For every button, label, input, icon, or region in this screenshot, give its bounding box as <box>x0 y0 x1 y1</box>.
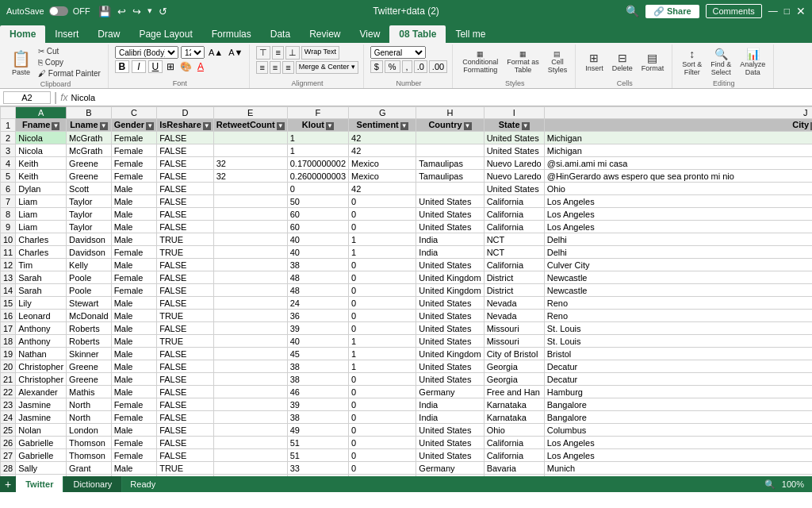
percent-button[interactable]: % <box>385 60 400 73</box>
autosave-toggle[interactable] <box>49 6 68 16</box>
number-format-select[interactable]: General <box>370 46 426 59</box>
table-cell[interactable]: Greene <box>67 157 112 170</box>
table-cell[interactable]: Male <box>111 335 157 348</box>
table-cell[interactable]: London <box>67 424 112 437</box>
table-cell[interactable]: 42 <box>349 183 416 195</box>
table-cell[interactable]: India <box>416 398 484 411</box>
table-cell[interactable]: FALSE <box>157 348 214 360</box>
table-cell[interactable]: Charles <box>16 233 67 246</box>
table-cell[interactable]: Charles <box>16 246 67 259</box>
table-cell[interactable]: 1 <box>349 348 416 360</box>
table-cell[interactable]: Female <box>111 132 157 144</box>
table-cell[interactable]: Hamburg <box>544 386 812 398</box>
table-cell[interactable]: Thomson <box>67 449 112 462</box>
tab-home[interactable]: Home <box>0 25 45 43</box>
header-cell[interactable]: IsReshare▼ <box>157 119 214 132</box>
table-cell[interactable]: Female <box>111 157 157 170</box>
table-cell[interactable] <box>213 132 287 144</box>
merge-center-button[interactable]: Merge & Center ▾ <box>296 61 358 74</box>
table-cell[interactable]: United States <box>416 322 484 335</box>
row-number-28[interactable]: 28 <box>1 462 16 475</box>
table-cell[interactable]: Keith <box>16 170 67 183</box>
table-cell[interactable]: FALSE <box>157 157 214 170</box>
table-cell[interactable]: Gabrielle <box>16 437 67 449</box>
row-number-19[interactable]: 19 <box>1 348 16 360</box>
table-cell[interactable]: Anthony <box>16 322 67 335</box>
table-cell[interactable]: Alexander <box>16 386 67 398</box>
table-cell[interactable]: 40 <box>287 233 348 246</box>
table-cell[interactable]: United States <box>416 221 484 233</box>
table-cell[interactable]: FALSE <box>157 259 214 271</box>
table-cell[interactable]: Michigan <box>544 144 812 157</box>
table-cell[interactable]: Free and Han <box>484 386 544 398</box>
table-cell[interactable]: Nuevo Laredo <box>484 170 544 183</box>
undo-icon[interactable]: ↩ <box>117 6 126 17</box>
table-cell[interactable]: 1 <box>349 246 416 259</box>
table-cell[interactable]: Nuevo Laredo <box>484 157 544 170</box>
save-icon[interactable]: 💾 <box>98 6 111 17</box>
header-cell[interactable]: Lname▼ <box>67 119 112 132</box>
table-cell[interactable]: TRUE <box>157 233 214 246</box>
align-middle-button[interactable]: ≡ <box>272 46 283 60</box>
row-number-2[interactable]: 2 <box>1 132 16 144</box>
table-cell[interactable]: @si.ami.ami mi casa <box>544 157 812 170</box>
table-cell[interactable]: FALSE <box>157 144 214 157</box>
header-cell[interactable]: Fname▼ <box>16 119 67 132</box>
table-cell[interactable]: 42 <box>349 144 416 157</box>
table-cell[interactable]: United Kingdom <box>416 284 484 297</box>
table-cell[interactable]: Skinner <box>67 348 112 360</box>
table-cell[interactable]: Liam <box>16 221 67 233</box>
table-cell[interactable]: FALSE <box>157 437 214 449</box>
fill-color-button[interactable]: 🎨 <box>178 61 193 72</box>
table-cell[interactable]: Male <box>111 221 157 233</box>
row-number-6[interactable]: 6 <box>1 183 16 195</box>
table-cell[interactable] <box>213 437 287 449</box>
table-cell[interactable]: Los Angeles <box>544 195 812 208</box>
table-cell[interactable]: Mexico <box>349 157 416 170</box>
table-cell[interactable]: United States <box>416 475 484 477</box>
analyze-data-button[interactable]: 📊 Analyze Data <box>737 46 768 78</box>
row-number-10[interactable]: 10 <box>1 233 16 246</box>
table-cell[interactable] <box>213 411 287 424</box>
table-cell[interactable]: FALSE <box>157 386 214 398</box>
table-cell[interactable]: Greene <box>67 373 112 386</box>
table-cell[interactable]: Nicola <box>16 132 67 144</box>
table-cell[interactable]: Georgia <box>484 373 544 386</box>
table-cell[interactable]: District <box>484 271 544 284</box>
table-cell[interactable]: Nolan <box>16 424 67 437</box>
table-cell[interactable]: 1 <box>349 233 416 246</box>
table-cell[interactable]: Male <box>111 322 157 335</box>
table-cell[interactable]: Thomson <box>67 437 112 449</box>
table-cell[interactable] <box>213 221 287 233</box>
table-cell[interactable]: Gabrielle <box>16 449 67 462</box>
table-cell[interactable]: Kelly <box>67 259 112 271</box>
table-cell[interactable]: 42 <box>349 132 416 144</box>
table-cell[interactable]: Male <box>111 297 157 310</box>
row-number-27[interactable]: 27 <box>1 449 16 462</box>
close-icon[interactable]: ✕ <box>796 5 806 17</box>
table-cell[interactable]: United States <box>416 373 484 386</box>
table-cell[interactable]: 46 <box>287 386 348 398</box>
table-cell[interactable]: Taylor <box>67 221 112 233</box>
table-cell[interactable] <box>213 297 287 310</box>
tab-review[interactable]: Review <box>300 25 350 43</box>
filter-dropdown-icon[interactable]: ▼ <box>400 122 408 130</box>
table-cell[interactable]: Christopher <box>16 373 67 386</box>
col-header-B[interactable]: B <box>67 107 112 119</box>
table-cell[interactable]: Male <box>111 373 157 386</box>
table-cell[interactable] <box>416 132 484 144</box>
currency-button[interactable]: $ <box>370 60 383 73</box>
table-cell[interactable]: Female <box>111 271 157 284</box>
table-cell[interactable]: New York <box>484 475 544 477</box>
table-cell[interactable]: 0 <box>349 259 416 271</box>
table-cell[interactable]: 0 <box>349 437 416 449</box>
wrap-text-button[interactable]: Wrap Text <box>301 46 339 60</box>
table-cell[interactable]: Jasmine <box>16 411 67 424</box>
table-cell[interactable]: Tamaulipas <box>416 157 484 170</box>
table-cell[interactable]: New York Cit <box>544 475 812 477</box>
tab-draw[interactable]: Draw <box>88 25 129 43</box>
table-cell[interactable]: Reno <box>544 310 812 322</box>
table-cell[interactable]: 34 <box>287 475 348 477</box>
table-cell[interactable]: Georgia <box>484 360 544 373</box>
table-cell[interactable]: 0 <box>349 411 416 424</box>
